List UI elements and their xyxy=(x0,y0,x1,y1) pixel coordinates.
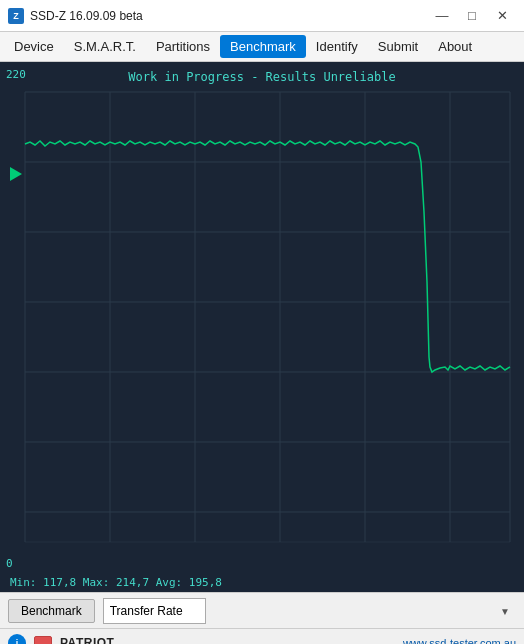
menu-identify[interactable]: Identify xyxy=(306,35,368,58)
title-bar: Z SSD-Z 16.09.09 beta — □ ✕ xyxy=(0,0,524,32)
title-bar-left: Z SSD-Z 16.09.09 beta xyxy=(8,8,143,24)
maximize-button[interactable]: □ xyxy=(458,5,486,27)
benchmark-chart xyxy=(0,62,524,572)
transfer-type-dropdown[interactable]: Transfer Rate Random Read Random Write S… xyxy=(103,598,206,624)
app-title: SSD-Z 16.09.09 beta xyxy=(30,9,143,23)
bottom-toolbar: Benchmark Transfer Rate Random Read Rand… xyxy=(0,592,524,628)
window-controls: — □ ✕ xyxy=(428,5,516,27)
transfer-type-dropdown-wrapper: Transfer Rate Random Read Random Write S… xyxy=(103,598,516,624)
minimize-button[interactable]: — xyxy=(428,5,456,27)
dropdown-arrow-icon: ▼ xyxy=(500,605,510,616)
menu-smart[interactable]: S.M.A.R.T. xyxy=(64,35,146,58)
drive-label: PATRIOT xyxy=(60,636,114,645)
stats-text: Min: 117,8 Max: 214,7 Avg: 195,8 xyxy=(10,576,222,589)
close-button[interactable]: ✕ xyxy=(488,5,516,27)
menu-bar: Device S.M.A.R.T. Partitions Benchmark I… xyxy=(0,32,524,62)
menu-submit[interactable]: Submit xyxy=(368,35,428,58)
info-icon: i xyxy=(8,634,26,645)
stats-bar: Min: 117,8 Max: 214,7 Avg: 195,8 xyxy=(0,572,524,592)
status-bar: i PATRIOT www.ssd-tester.com.au xyxy=(0,628,524,644)
website-link: www.ssd-tester.com.au xyxy=(403,637,516,645)
app-icon: Z xyxy=(8,8,24,24)
drive-icon xyxy=(34,636,52,645)
benchmark-button[interactable]: Benchmark xyxy=(8,599,95,623)
menu-partitions[interactable]: Partitions xyxy=(146,35,220,58)
chart-container: Work in Progress - Results Unreliable 22… xyxy=(0,62,524,592)
menu-about[interactable]: About xyxy=(428,35,482,58)
menu-device[interactable]: Device xyxy=(4,35,64,58)
menu-benchmark[interactable]: Benchmark xyxy=(220,35,306,58)
